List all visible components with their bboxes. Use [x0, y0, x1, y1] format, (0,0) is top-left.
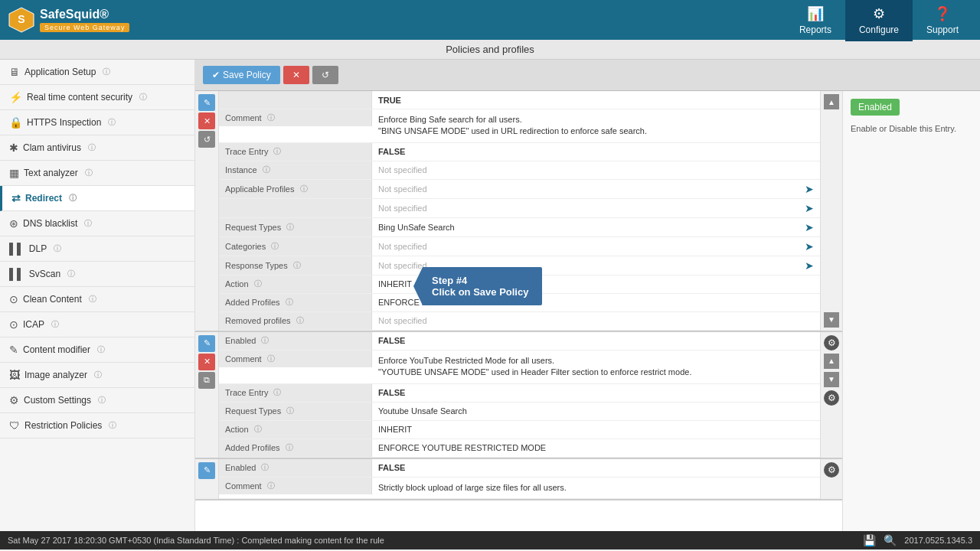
- sidebar-item-dlp[interactable]: ▌▌ DLP ⓘ: [0, 236, 194, 262]
- sub-header: Policies and profiles: [0, 40, 980, 60]
- sidebar-item-text-analyzer[interactable]: ▦ Text analyzer ⓘ: [0, 161, 194, 186]
- gear-btn-2b[interactable]: ⚙: [824, 390, 839, 406]
- dns-icon: ⊛: [9, 217, 18, 230]
- logo-name: SafeSquid®: [40, 8, 129, 21]
- sidebar-label-redirect: Redirect: [25, 193, 62, 204]
- arrow-icon[interactable]: ➤: [805, 259, 814, 272]
- sidebar-item-clean-content[interactable]: ⊙ Clean Content ⓘ: [0, 287, 194, 312]
- help-icon-3[interactable]: ⓘ: [88, 142, 96, 153]
- sidebar-label-text-analyzer: Text analyzer: [24, 168, 78, 178]
- arrow-icon[interactable]: ➤: [805, 240, 814, 253]
- step-tooltip-line2: Click on Save Policy: [432, 286, 528, 298]
- nav-configure-label: Configure: [859, 24, 899, 35]
- sidebar-item-clam[interactable]: ✱ Clam antivirus ⓘ: [0, 135, 194, 161]
- gear-btn-3[interactable]: ⚙: [824, 462, 839, 478]
- help-icon-1[interactable]: ⓘ: [139, 92, 147, 103]
- arrow-icon[interactable]: ➤: [805, 221, 814, 233]
- policy-1-dup-btn[interactable]: ↺: [198, 131, 215, 148]
- nav-support[interactable]: ❓ Support: [913, 0, 972, 41]
- sidebar-item-https[interactable]: 🔒 HTTPS Inspection ⓘ: [0, 110, 194, 135]
- save-policy-button[interactable]: ✔ Save Policy: [203, 66, 280, 84]
- sidebar-item-restriction-policies[interactable]: 🛡 Restriction Policies ⓘ: [0, 413, 194, 439]
- logo-area: S SafeSquid® Secure Web Gateway: [8, 6, 786, 34]
- sidebar-item-custom-settings[interactable]: ⚙ Custom Settings ⓘ: [0, 388, 194, 413]
- row-label: Applicable Profiles ⓘ: [219, 180, 372, 198]
- arrow-icon[interactable]: ➤: [805, 183, 814, 195]
- policy-row: Not specified➤: [219, 199, 820, 218]
- row-label: Trace Entry ⓘ: [219, 143, 372, 161]
- policy-row: Comment ⓘ Enforce YouTube Restricted Mod…: [219, 350, 820, 384]
- step-tooltip-line1: Step #4: [432, 275, 528, 286]
- help-icon-7[interactable]: ⓘ: [54, 243, 61, 254]
- sidebar-item-dns-blacklist[interactable]: ⊛ DNS blacklist ⓘ: [0, 211, 194, 236]
- nav-reports[interactable]: 📊 Reports: [786, 0, 845, 41]
- scroll-down-2[interactable]: ▼: [824, 372, 839, 387]
- help-icon-11[interactable]: ⓘ: [97, 344, 105, 355]
- search-status-icon[interactable]: 🔍: [884, 534, 897, 546]
- sidebar-item-content-modifier[interactable]: ✎ Content modifier ⓘ: [0, 337, 194, 363]
- policy-1-edit-btn[interactable]: ✎: [198, 94, 215, 111]
- help-icon-4[interactable]: ⓘ: [85, 168, 93, 178]
- header-nav: 📊 Reports ⚙ Configure ❓ Support: [786, 0, 972, 41]
- help-icon-5[interactable]: ⓘ: [69, 193, 77, 204]
- policy-1-delete-btn[interactable]: ✕: [198, 112, 215, 129]
- help-icon-6[interactable]: ⓘ: [84, 218, 92, 229]
- save-status-icon[interactable]: 💾: [863, 534, 876, 546]
- row-label: Enabled ⓘ: [219, 459, 372, 477]
- reports-icon: 📊: [807, 5, 824, 22]
- policy-row: Instance ⓘ Not specified: [219, 161, 820, 180]
- policies-table: ✎ ✕ ↺ TRUE Comment ⓘ: [195, 91, 842, 531]
- policy-2-rows: Enabled ⓘ FALSE Comment ⓘ Enforce YouTub…: [219, 332, 820, 458]
- enabled-badge: Enabled: [851, 99, 900, 116]
- icap-icon: ⊙: [9, 318, 18, 331]
- scroll-down-btn[interactable]: ▼: [824, 312, 839, 328]
- gear-btn-2[interactable]: ⚙: [824, 335, 839, 350]
- policies-container: ✎ ✕ ↺ TRUE Comment ⓘ: [195, 91, 980, 531]
- sidebar-item-application-setup[interactable]: 🖥 Application Setup ⓘ: [0, 60, 194, 85]
- scroll-up-2[interactable]: ▲: [824, 354, 839, 369]
- svg-text:S: S: [18, 13, 24, 25]
- row-label: Response Types ⓘ: [219, 256, 372, 275]
- support-icon: ❓: [934, 5, 951, 22]
- policy-3-edit-btn[interactable]: ✎: [198, 462, 215, 479]
- row-value: Enforce YouTube Restricted Mode for all …: [372, 350, 820, 383]
- policy-block-2: ✎ ✕ ⧉ Enabled ⓘ FALSE C: [195, 332, 842, 459]
- logo-sub: Secure Web Gateway: [40, 23, 129, 32]
- right-panel: Enabled Enable or Disable this Entry.: [842, 91, 980, 531]
- sidebar-item-icap[interactable]: ⊙ ICAP ⓘ: [0, 312, 194, 337]
- header: S SafeSquid® Secure Web Gateway 📊 Report…: [0, 0, 980, 40]
- sidebar-item-svscan[interactable]: ▌▌ SvScan ⓘ: [0, 262, 194, 287]
- sidebar-label-clam: Clam antivirus: [23, 142, 81, 153]
- row-label: Request Types ⓘ: [219, 218, 372, 236]
- nav-configure[interactable]: ⚙ Configure: [845, 0, 913, 41]
- policy-2-edit-btn[interactable]: ✎: [198, 335, 215, 352]
- row-label: Added Profiles ⓘ: [219, 439, 372, 457]
- help-icon-0[interactable]: ⓘ: [103, 67, 110, 77]
- delete-button[interactable]: ✕: [283, 66, 309, 84]
- help-icon-8[interactable]: ⓘ: [67, 269, 75, 279]
- help-icon-14[interactable]: ⓘ: [109, 420, 116, 431]
- policy-row: Applicable Profiles ⓘ Not specified➤: [219, 180, 820, 199]
- policy-row: Request Types ⓘ Bing UnSafe Search➤: [219, 218, 820, 237]
- sidebar-item-image-analyzer[interactable]: 🖼 Image analyzer ⓘ: [0, 363, 194, 388]
- sidebar-item-real-time-content[interactable]: ⚡ Real time content security ⓘ: [0, 85, 194, 110]
- help-icon-10[interactable]: ⓘ: [51, 319, 59, 330]
- help-icon-12[interactable]: ⓘ: [94, 370, 102, 380]
- sidebar-item-redirect[interactable]: ⇄ Redirect ⓘ: [0, 186, 194, 211]
- help-icon-13[interactable]: ⓘ: [98, 395, 106, 406]
- help-icon-2[interactable]: ⓘ: [108, 117, 116, 128]
- version-text: 2017.0525.1345.3: [904, 536, 972, 545]
- row-label: [219, 91, 372, 109]
- row-label: Comment ⓘ: [219, 350, 372, 367]
- scroll-up-btn[interactable]: ▲: [824, 94, 839, 109]
- sidebar-label-icap: ICAP: [23, 319, 44, 330]
- arrow-icon[interactable]: ➤: [805, 202, 814, 214]
- logo-icon: S: [8, 6, 35, 34]
- row-value: FALSE: [372, 332, 820, 350]
- help-icon-9[interactable]: ⓘ: [89, 294, 96, 305]
- refresh-button[interactable]: ↺: [312, 66, 338, 84]
- sidebar-label-restriction-policies: Restriction Policies: [24, 420, 102, 431]
- policy-2-dup-btn[interactable]: ⧉: [198, 372, 215, 389]
- policy-2-delete-btn[interactable]: ✕: [198, 354, 215, 370]
- policy-block-3: ✎ Enabled ⓘ FALSE Comment ⓘ Strictly blo…: [195, 459, 842, 500]
